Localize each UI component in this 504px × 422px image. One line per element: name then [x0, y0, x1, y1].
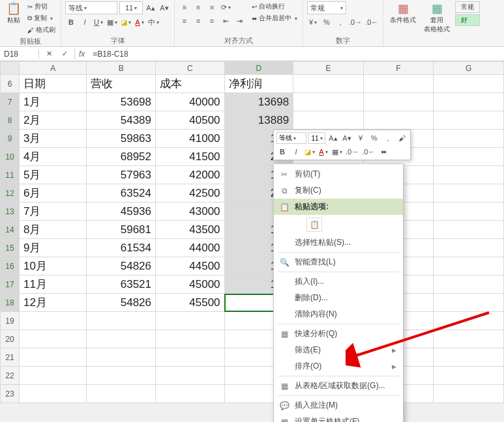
cell[interactable]: 63521	[87, 275, 156, 294]
cell[interactable]: 9月	[19, 239, 86, 257]
cell[interactable]	[434, 239, 504, 257]
cell[interactable]: 61534	[87, 239, 156, 257]
ctx-cut[interactable]: ✂剪切(T)	[274, 166, 403, 182]
column-header[interactable]: G	[434, 62, 504, 75]
row-header[interactable]: 22	[1, 367, 20, 385]
cell[interactable]	[87, 385, 156, 403]
cell[interactable]: 13698	[224, 93, 293, 111]
cell[interactable]	[434, 257, 504, 275]
cell[interactable]	[19, 330, 86, 348]
cell[interactable]	[363, 75, 434, 93]
decrease-indent-button[interactable]: ⇤	[220, 15, 231, 27]
font-name-select[interactable]: 等线▾	[65, 1, 117, 14]
ctx-paste-special[interactable]: 选择性粘贴(S)...	[274, 234, 403, 251]
row-header[interactable]: 6	[1, 75, 20, 93]
cell[interactable]: 53698	[87, 93, 156, 111]
ctx-copy[interactable]: ⧉复制(C)	[274, 182, 403, 199]
mini-increase-font[interactable]: A▴	[327, 132, 339, 144]
row-header[interactable]: 18	[1, 294, 20, 312]
ctx-insert-comment[interactable]: 💬插入批注(M)	[274, 397, 403, 414]
column-header[interactable]: E	[293, 62, 364, 75]
cell[interactable]: 45000	[156, 275, 225, 294]
cell[interactable]: 45936	[87, 203, 156, 221]
ctx-sort[interactable]: 排序(O)▶	[274, 358, 403, 374]
conditional-format-button[interactable]: ▦ 条件格式	[387, 1, 419, 26]
mini-fill-color-button[interactable]: ◪▾	[304, 146, 316, 158]
cell[interactable]	[434, 203, 504, 221]
font-color-button[interactable]: A▾	[134, 16, 145, 28]
format-painter-button[interactable]: 🖌 格式刷	[26, 25, 57, 35]
row-header[interactable]: 19	[1, 312, 20, 330]
cell[interactable]	[156, 312, 225, 330]
mini-format-painter[interactable]: 🖌	[396, 132, 408, 144]
cell[interactable]: 63524	[87, 184, 156, 203]
ctx-paste-option-1[interactable]: 📋	[274, 215, 403, 234]
row-header[interactable]: 13	[1, 203, 20, 221]
ctx-format-cells[interactable]: ▦设置单元格格式(F)...	[274, 414, 403, 422]
cell[interactable]	[293, 111, 364, 130]
cell[interactable]	[434, 166, 504, 184]
cell[interactable]: 43000	[156, 203, 225, 221]
fx-label[interactable]: fx	[75, 49, 89, 59]
column-header[interactable]: A	[19, 62, 86, 75]
formula-input[interactable]: =B18-C18	[89, 49, 132, 59]
cell[interactable]: 7月	[19, 203, 86, 221]
cell[interactable]: 59681	[87, 221, 156, 239]
column-header[interactable]: D	[224, 62, 293, 75]
currency-button[interactable]: ¥▾	[307, 16, 319, 28]
cell[interactable]: 12月	[19, 294, 86, 312]
cell[interactable]: 净利润	[224, 75, 293, 93]
border-button[interactable]: ▦▾	[106, 16, 118, 28]
cell[interactable]	[434, 367, 504, 385]
cell[interactable]: 54826	[87, 257, 156, 275]
ctx-get-from-table[interactable]: ▦从表格/区域获取数据(G)...	[274, 378, 403, 394]
row-header[interactable]: 8	[1, 111, 20, 130]
cell[interactable]	[87, 312, 156, 330]
cell[interactable]	[19, 348, 86, 367]
merge-center-button[interactable]: ⬌ 合并后居中 ▾	[250, 13, 299, 23]
cell[interactable]	[434, 111, 504, 130]
cell[interactable]: 1月	[19, 93, 86, 111]
cell[interactable]: 4月	[19, 148, 86, 166]
increase-indent-button[interactable]: ⇥	[233, 15, 245, 27]
ctx-smart-lookup[interactable]: 🔍智能查找(L)	[274, 254, 403, 270]
cell[interactable]	[434, 184, 504, 203]
cell[interactable]: 40000	[156, 93, 225, 111]
style-good[interactable]: 好	[455, 14, 480, 26]
row-header[interactable]: 21	[1, 348, 20, 367]
column-header[interactable]: B	[87, 62, 156, 75]
mini-merge-button[interactable]: ⬌	[378, 146, 389, 158]
row-header[interactable]: 10	[1, 148, 20, 166]
cell[interactable]	[156, 348, 225, 367]
cell[interactable]: 成本	[156, 75, 225, 93]
row-header[interactable]: 11	[1, 166, 20, 184]
bold-button[interactable]: B	[65, 16, 77, 28]
ctx-clear[interactable]: 清除内容(N)	[274, 306, 403, 322]
cell[interactable]	[19, 385, 86, 403]
cell[interactable]	[293, 93, 364, 111]
row-header[interactable]: 17	[1, 275, 20, 294]
cell[interactable]: 45500	[156, 294, 225, 312]
select-all-corner[interactable]	[1, 62, 20, 75]
cell[interactable]: 54389	[87, 111, 156, 130]
cell[interactable]	[87, 367, 156, 385]
cell[interactable]: 44500	[156, 257, 225, 275]
cell[interactable]	[363, 93, 434, 111]
cell[interactable]	[156, 385, 225, 403]
cell[interactable]	[434, 294, 504, 312]
mini-dec-decimal-button[interactable]: .0←	[361, 146, 376, 158]
align-bottom-button[interactable]: ≡	[206, 1, 218, 13]
cell[interactable]: 57963	[87, 166, 156, 184]
cell[interactable]: 营收	[87, 75, 156, 93]
cell[interactable]	[87, 330, 156, 348]
align-middle-button[interactable]: ≡	[192, 1, 204, 13]
copy-button[interactable]: ⧉ 复制 ▾	[26, 13, 57, 23]
cell[interactable]	[363, 111, 434, 130]
cell[interactable]: 6月	[19, 184, 86, 203]
cell[interactable]: 42000	[156, 166, 225, 184]
cell[interactable]: 10月	[19, 257, 86, 275]
mini-italic-button[interactable]: I	[290, 146, 302, 158]
cell[interactable]	[434, 348, 504, 367]
ctx-quick-analysis[interactable]: ▦快速分析(Q)	[274, 326, 403, 342]
mini-font-select[interactable]: 等线▾	[276, 132, 306, 144]
